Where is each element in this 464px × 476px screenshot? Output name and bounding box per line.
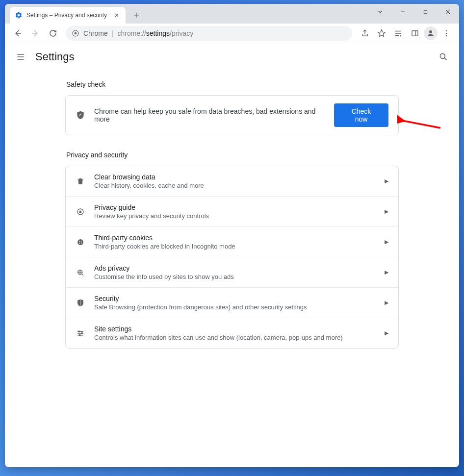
chevron-right-icon: ▶ [385,208,388,215]
hamburger-icon[interactable] [15,51,26,63]
security-row[interactable]: Security Safe Browsing (protection from … [66,288,398,318]
svg-point-7 [446,35,447,36]
ads-privacy-row[interactable]: Ads privacy Customise the info used by s… [66,257,398,288]
profile-button[interactable] [424,26,438,40]
svg-point-18 [79,334,80,336]
content-area: Safety check Chrome can help keep you sa… [5,71,459,467]
close-window-icon[interactable] [437,4,459,20]
svg-point-8 [440,53,445,58]
cookie-icon [76,237,85,247]
window-dropdown-icon[interactable] [369,4,391,20]
gear-icon [15,11,23,19]
svg-point-17 [81,332,83,334]
tune-icon [76,328,85,338]
chrome-icon [72,29,79,37]
chevron-right-icon: ▶ [385,178,388,184]
toolbar: Chrome | chrome://settings/privacy [5,24,459,43]
row-subtitle: Clear history, cookies, cache and more [94,182,376,189]
svg-rect-3 [412,30,418,36]
chevron-right-icon: ▶ [385,269,388,276]
forward-button[interactable] [27,25,43,41]
window-controls [369,4,459,24]
share-icon[interactable] [357,25,373,41]
bookmark-icon[interactable] [374,25,389,41]
close-tab-icon[interactable] [113,11,121,19]
settings-header: Settings [5,43,459,71]
svg-point-10 [77,239,83,245]
chevron-right-icon: ▶ [385,330,388,336]
page-title: Settings [35,50,438,63]
svg-point-11 [79,241,80,242]
browser-window: Settings – Privacy and security [5,4,459,467]
back-button[interactable] [10,25,26,41]
omnibox-divider: | [112,29,114,37]
address-bar[interactable]: Chrome | chrome://settings/privacy [66,26,352,41]
safety-check-heading: Safety check [65,80,399,88]
trash-icon [76,176,85,186]
row-title: Clear browsing data [94,173,376,181]
row-subtitle: Third-party cookies are blocked in Incog… [94,243,376,250]
svg-rect-0 [424,10,427,13]
row-title: Site settings [94,325,376,333]
row-title: Ads privacy [94,264,376,272]
svg-point-16 [78,330,80,332]
chevron-right-icon: ▶ [385,300,388,306]
privacy-security-heading: Privacy and security [65,151,399,159]
site-settings-row[interactable]: Site settings Controls what information … [66,318,398,348]
title-bar: Settings – Privacy and security [5,4,459,24]
shield-icon [76,298,85,308]
new-tab-button[interactable] [129,8,143,22]
row-subtitle: Controls what information sites can use … [94,334,376,341]
search-icon[interactable] [438,51,449,63]
omnibox-url: chrome://settings/privacy [117,29,193,37]
minimize-icon[interactable] [391,4,414,20]
chevron-right-icon: ▶ [385,239,388,245]
maximize-icon[interactable] [414,4,437,20]
row-subtitle: Customise the info used by sites to show… [94,273,376,280]
svg-point-13 [79,243,80,244]
browser-tab[interactable]: Settings – Privacy and security [10,7,126,24]
menu-icon[interactable] [438,25,454,41]
verified-shield-icon [76,110,85,120]
row-subtitle: Safe Browsing (protection from dangerous… [94,303,376,311]
omnibox-chrome-label: Chrome [83,29,108,37]
row-title: Privacy guide [94,203,376,211]
privacy-security-card: Clear browsing data Clear history, cooki… [65,166,399,349]
row-title: Security [94,295,376,302]
reload-button[interactable] [45,25,61,41]
svg-point-6 [446,32,447,34]
svg-point-5 [446,30,447,31]
row-title: Third-party cookies [94,234,376,242]
check-now-button[interactable]: Check now [334,103,388,127]
svg-point-12 [81,240,82,241]
safety-check-card: Chrome can help keep you safe from data … [65,95,399,135]
privacy-guide-row[interactable]: Privacy guide Review key privacy and sec… [66,197,398,227]
side-panel-icon[interactable] [407,25,423,41]
safety-check-description: Chrome can help keep you safe from data … [94,107,325,123]
svg-point-14 [81,242,82,243]
row-subtitle: Review key privacy and security controls [94,212,376,220]
ads-icon [76,268,85,277]
clear-browsing-data-row[interactable]: Clear browsing data Clear history, cooki… [66,166,398,197]
third-party-cookies-row[interactable]: Third-party cookies Third-party cookies … [66,227,398,257]
tab-title: Settings – Privacy and security [26,12,109,19]
svg-point-4 [429,30,432,33]
reading-list-icon[interactable] [390,25,406,41]
svg-point-2 [75,32,77,34]
compass-icon [76,207,85,217]
